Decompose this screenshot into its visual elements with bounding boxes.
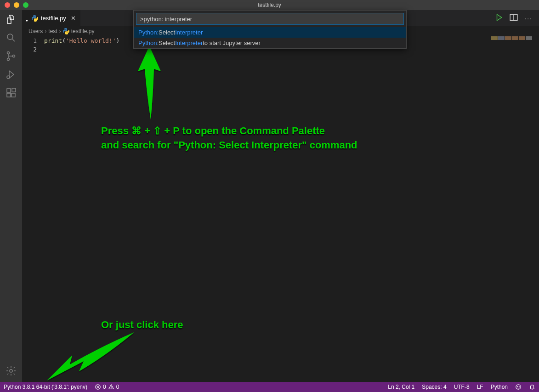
settings-gear-icon[interactable] <box>6 365 17 376</box>
code-token: print <box>44 37 62 44</box>
source-control-icon[interactable] <box>6 51 17 62</box>
error-icon <box>95 384 101 390</box>
cmd-text: Select <box>159 40 175 46</box>
svg-rect-8 <box>12 88 16 92</box>
cmd-text: Interpreter <box>175 40 203 46</box>
svg-point-14 <box>519 386 519 386</box>
status-feedback-icon[interactable] <box>511 382 525 392</box>
status-line-col[interactable]: Ln 2, Col 1 <box>384 382 418 392</box>
editor-actions: ··· <box>495 10 539 26</box>
status-eol[interactable]: LF <box>473 382 487 392</box>
cmd-text: Python: <box>138 40 159 46</box>
debug-icon[interactable] <box>6 69 17 80</box>
window-title: testfile.py <box>0 2 539 8</box>
svg-rect-6 <box>7 93 11 97</box>
svg-point-9 <box>10 369 12 372</box>
status-text: 0 <box>116 384 119 390</box>
breadcrumb-segment[interactable]: test <box>48 28 57 34</box>
svg-rect-7 <box>11 93 15 97</box>
run-icon[interactable] <box>495 13 503 23</box>
line-number: 1 <box>22 36 37 45</box>
status-problems[interactable]: 0 0 <box>91 382 123 392</box>
svg-point-12 <box>516 385 521 390</box>
status-python-interpreter[interactable]: Python 3.8.1 64-bit ('3.8.1': pyenv) <box>0 382 91 392</box>
status-indent[interactable]: Spaces: 4 <box>418 382 450 392</box>
python-file-icon <box>32 15 38 22</box>
chevron-right-icon: › <box>59 28 61 34</box>
close-tab-icon[interactable]: ✕ <box>69 15 76 22</box>
code-editor[interactable]: 1 2 print('Hello world!') <box>22 36 539 382</box>
breadcrumb-segment[interactable]: Users <box>28 28 43 34</box>
code-content[interactable]: print('Hello world!') <box>44 36 539 382</box>
svg-point-0 <box>7 34 13 40</box>
minimap[interactable] <box>491 36 533 40</box>
svg-point-3 <box>13 55 15 57</box>
tab-testfile[interactable]: ● testfile.py ✕ <box>22 10 81 26</box>
line-number: 2 <box>22 45 37 54</box>
status-bar: Python 3.8.1 64-bit ('3.8.1': pyenv) 0 0… <box>0 382 539 392</box>
status-encoding[interactable]: UTF-8 <box>450 382 473 392</box>
breadcrumb-segment[interactable]: testfile.py <box>71 28 95 34</box>
svg-point-1 <box>7 52 10 54</box>
svg-point-2 <box>7 58 10 61</box>
command-palette-item[interactable]: Python: Select Interpreter to start Jupy… <box>134 38 406 48</box>
python-file-icon <box>63 28 69 34</box>
split-editor-icon[interactable] <box>510 13 518 23</box>
extensions-icon[interactable] <box>6 87 17 98</box>
chevron-right-icon: › <box>45 28 46 34</box>
status-text: 0 <box>103 384 106 390</box>
titlebar: testfile.py <box>0 0 539 10</box>
cmd-text: Python: <box>138 29 159 36</box>
more-actions-icon[interactable]: ··· <box>524 15 533 22</box>
status-language[interactable]: Python <box>487 382 511 392</box>
explorer-icon[interactable] <box>6 14 17 25</box>
command-palette-input[interactable] <box>136 13 404 25</box>
cmd-text: Interpreter <box>175 29 203 36</box>
activity-bar <box>0 10 22 382</box>
cmd-text: to start Jupyter server <box>203 40 261 46</box>
modified-indicator-icon: ● <box>26 18 28 23</box>
svg-rect-5 <box>7 89 11 92</box>
warning-icon <box>108 384 114 390</box>
command-palette: Python: Select Interpreter Python: Selec… <box>133 10 407 49</box>
search-icon[interactable] <box>6 32 17 43</box>
cmd-text: Select <box>159 29 175 36</box>
code-token: 'Hello world!' <box>66 37 116 44</box>
editor-area: ● testfile.py ✕ ··· Users › test <box>22 10 539 382</box>
status-notifications-icon[interactable] <box>525 382 539 392</box>
svg-point-13 <box>517 386 518 386</box>
command-palette-item[interactable]: Python: Select Interpreter <box>134 27 406 38</box>
line-gutter: 1 2 <box>22 36 44 382</box>
tab-label: testfile.py <box>41 15 66 22</box>
